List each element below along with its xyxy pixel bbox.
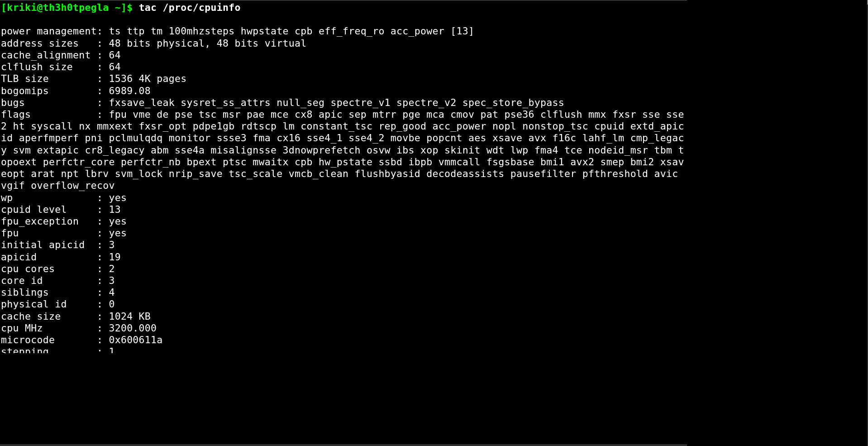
output-line: cache_alignment : 64 — [1, 49, 121, 61]
output-line: cpu MHz : 3200.000 — [1, 322, 157, 334]
output-line: power management: ts ttp tm 100mhzsteps … — [1, 25, 474, 37]
output-line: bogomips : 6989.08 — [1, 85, 151, 96]
terminal-pane[interactable]: [kriki@th3h0tpegla ~]$ tac /proc/cpuinfo… — [0, 0, 687, 353]
output-line: address sizes : 48 bits physical, 48 bit… — [1, 38, 306, 49]
output-line: fpu_exception : yes — [1, 216, 127, 227]
command-text: tac /proc/cpuinfo — [139, 2, 241, 13]
output-line: apicid : 19 — [1, 251, 121, 263]
output-line: initial apicid : 3 — [1, 239, 115, 250]
output-line: wp : yes — [1, 192, 127, 203]
output-line: TLB size : 1536 4K pages — [1, 73, 187, 84]
output-line: fpu : yes — [1, 227, 127, 239]
output-line: bugs : fxsave_leak sysret_ss_attrs null_… — [1, 97, 564, 108]
output-line: flags : fpu vme de pse tsc msr pae mce c… — [1, 109, 684, 191]
output-line: core id : 3 — [1, 275, 115, 286]
output-line: clflush size : 64 — [1, 61, 121, 72]
output-line: cpu cores : 2 — [1, 263, 115, 274]
prompt-prefix: [kriki@th3h0tpegla ~]$ — [1, 2, 139, 13]
output-line: stepping : 1 — [1, 346, 115, 353]
window-border-bottom — [0, 444, 687, 446]
output-line: siblings : 4 — [1, 287, 115, 298]
output-line: cache size : 1024 KB — [1, 311, 151, 322]
output-line: physical id : 0 — [1, 298, 115, 310]
output-line: microcode : 0x600611a — [1, 334, 163, 345]
output-line: cpuid level : 13 — [1, 204, 121, 215]
